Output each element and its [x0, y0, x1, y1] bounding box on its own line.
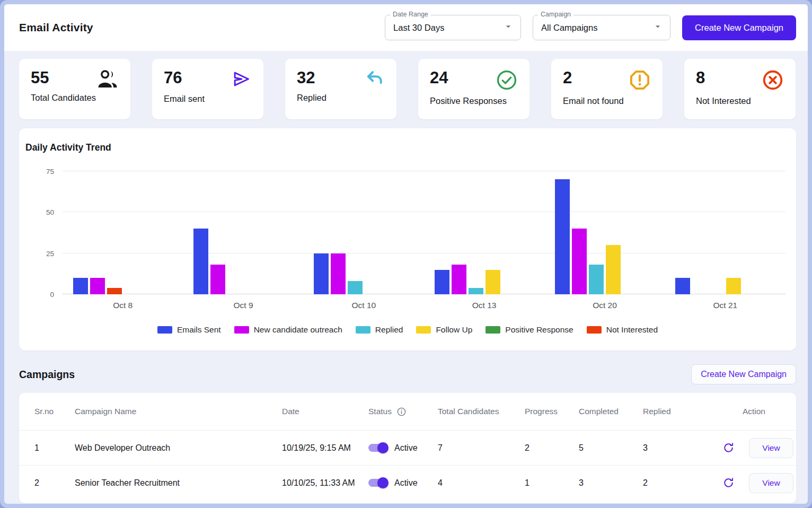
- cell-action: View: [722, 438, 796, 458]
- status-toggle[interactable]: [368, 444, 387, 452]
- refresh-icon[interactable]: [722, 442, 735, 454]
- bar: [90, 278, 105, 294]
- cell-action: View: [722, 473, 796, 493]
- date-range-select[interactable]: Date Range Last 30 Days: [385, 15, 521, 40]
- y-tick-label: 25: [46, 250, 54, 258]
- cell-date: 10/19/25, 9:15 AM: [282, 443, 368, 453]
- col-replied: Replied: [643, 407, 722, 416]
- legend-swatch: [157, 326, 172, 334]
- legend-label: Replied: [375, 325, 403, 335]
- legend-item[interactable]: Not Interested: [587, 325, 658, 335]
- cell-replied: 2: [643, 478, 722, 488]
- bar: [486, 270, 500, 294]
- x-tick-label: Oct 13: [424, 301, 544, 310]
- x-tick-label: Oct 10: [304, 301, 424, 310]
- plot-area: [63, 171, 785, 294]
- info-icon[interactable]: [396, 407, 407, 417]
- x-tick-label: Oct 20: [544, 301, 665, 310]
- table-row: 1 Web Developer Outreach 10/19/25, 9:15 …: [19, 430, 796, 465]
- table-header-row: Sr.no Campaign Name Date Status Total Ca…: [19, 393, 796, 430]
- cell-campaign-name: Web Developer Outreach: [75, 443, 282, 453]
- check-circle-icon: [496, 69, 518, 91]
- stat-value: 8: [696, 69, 705, 87]
- col-date: Date: [282, 407, 368, 416]
- y-axis: 0255075: [19, 171, 63, 294]
- stat-value: 24: [430, 69, 448, 87]
- cell-progress: 1: [525, 478, 579, 488]
- bar: [107, 288, 122, 294]
- campaign-value: All Campaigns: [541, 23, 597, 33]
- legend-item[interactable]: Follow Up: [416, 325, 472, 335]
- bar-group: [72, 171, 174, 294]
- campaigns-table: Sr.no Campaign Name Date Status Total Ca…: [19, 393, 796, 503]
- col-total-candidates: Total Candidates: [438, 407, 525, 416]
- cell-date: 10/10/25, 11:33 AM: [282, 478, 368, 488]
- x-tick-label: Oct 8: [63, 301, 183, 310]
- bar-group: [434, 171, 535, 294]
- legend-item[interactable]: Positive Response: [486, 325, 573, 335]
- bar: [314, 253, 329, 294]
- status-label: Active: [394, 478, 418, 488]
- stat-value: 2: [563, 69, 572, 87]
- x-tick-label: Oct 21: [665, 301, 785, 310]
- create-campaign-secondary-button[interactable]: Create New Campaign: [691, 364, 796, 384]
- reply-arrow-icon: [365, 69, 385, 88]
- cell-status: Active: [368, 443, 438, 453]
- view-button[interactable]: View: [749, 438, 793, 458]
- bar-group: [554, 171, 656, 294]
- legend-label: New candidate outreach: [254, 325, 342, 335]
- bar: [331, 253, 346, 294]
- bar: [452, 265, 466, 294]
- y-tick-label: 0: [50, 291, 54, 299]
- legend-label: Not Interested: [606, 325, 658, 335]
- cell-srno: 1: [34, 443, 75, 453]
- refresh-icon[interactable]: [722, 477, 735, 489]
- email-activity-dashboard: Email Activity Date Range Last 30 Days C…: [0, 0, 812, 508]
- x-circle-icon: [762, 69, 784, 91]
- legend-swatch: [486, 326, 500, 334]
- view-button[interactable]: View: [749, 473, 793, 493]
- cell-completed: 5: [579, 443, 643, 453]
- header-controls: Date Range Last 30 Days Campaign All Cam…: [385, 15, 796, 40]
- daily-activity-trend-card: Daily Activity Trend 0255075 Oct 8Oct 9O…: [19, 128, 796, 351]
- date-range-label: Date Range: [390, 11, 431, 18]
- campaign-select[interactable]: Campaign All Campaigns: [533, 15, 670, 40]
- legend-label: Follow Up: [436, 325, 472, 335]
- col-action: Action: [722, 407, 796, 416]
- chart-title: Daily Activity Trend: [19, 142, 796, 153]
- date-range-value: Last 30 Days: [393, 23, 444, 33]
- legend-item[interactable]: New candidate outreach: [234, 325, 342, 335]
- legend-swatch: [356, 326, 370, 334]
- chevron-down-icon: [652, 21, 664, 34]
- campaigns-title: Campaigns: [19, 369, 75, 381]
- status-toggle[interactable]: [368, 479, 387, 487]
- bar: [555, 179, 570, 294]
- cell-campaign-name: Senior Teacher Recruitment: [75, 478, 282, 488]
- stat-label: Not Interested: [696, 96, 784, 106]
- legend-swatch: [587, 326, 602, 334]
- alert-octagon-icon: [629, 69, 651, 91]
- chart-legend: Emails SentNew candidate outreachReplied…: [19, 325, 796, 335]
- create-campaign-button[interactable]: Create New Campaign: [682, 15, 796, 40]
- legend-item[interactable]: Emails Sent: [157, 325, 221, 335]
- stat-card-total-candidates: 55 Total Candidates: [19, 59, 130, 119]
- col-srno: Sr.no: [34, 407, 75, 416]
- col-status: Status: [368, 407, 438, 417]
- status-label: Active: [394, 443, 418, 453]
- legend-label: Emails Sent: [177, 325, 221, 335]
- bar: [435, 270, 449, 294]
- col-campaign-name: Campaign Name: [75, 407, 282, 416]
- bar: [726, 278, 741, 294]
- stat-card-positive-responses: 24 Positive Responses: [418, 59, 529, 119]
- stats-row: 55 Total Candidates 76: [4, 51, 808, 119]
- y-tick-label: 75: [46, 168, 54, 176]
- stat-value: 32: [297, 69, 315, 87]
- bar-chart: 0255075 Oct 8Oct 9Oct 10Oct 13Oct 20Oct …: [19, 171, 796, 310]
- legend-item[interactable]: Replied: [356, 325, 403, 335]
- legend-swatch: [234, 326, 249, 334]
- col-progress: Progress: [525, 407, 579, 416]
- page-title: Email Activity: [19, 21, 93, 34]
- stat-card-not-interested: 8 Not Interested: [684, 59, 796, 119]
- send-icon: [231, 69, 252, 89]
- bar: [469, 288, 483, 294]
